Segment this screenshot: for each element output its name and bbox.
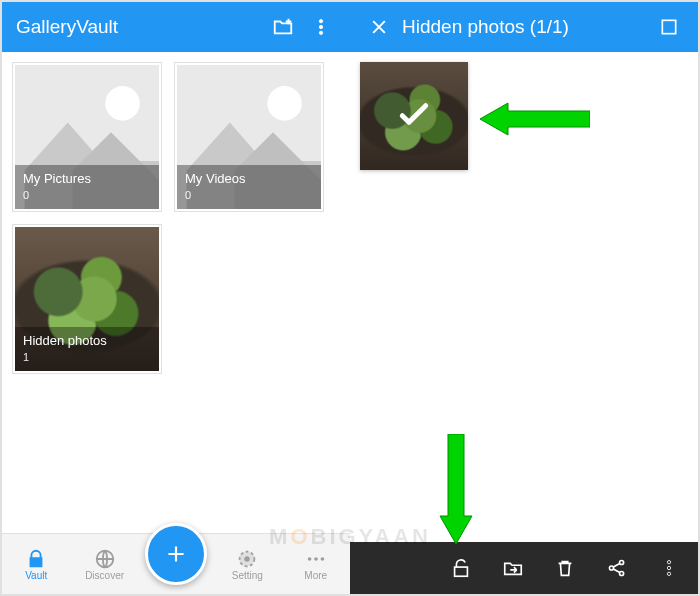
svg-rect-18 bbox=[455, 567, 468, 576]
svg-point-23 bbox=[667, 566, 670, 569]
plus-icon bbox=[163, 541, 189, 567]
svg-point-24 bbox=[667, 572, 670, 575]
svg-point-15 bbox=[314, 557, 318, 561]
fab-slot bbox=[145, 523, 207, 585]
svg-point-16 bbox=[320, 557, 324, 561]
svg-point-21 bbox=[620, 571, 624, 575]
new-folder-button[interactable] bbox=[264, 8, 302, 46]
folder-count: 1 bbox=[23, 351, 151, 365]
folder-name: Hidden photos bbox=[23, 333, 107, 348]
folder-tile-hidden-photos[interactable]: Hidden photos 1 bbox=[12, 224, 162, 374]
unlock-icon bbox=[450, 557, 472, 579]
nav-label: Discover bbox=[85, 570, 124, 581]
folder-tile-my-videos[interactable]: My Videos 0 bbox=[174, 62, 324, 212]
folder-caption: My Videos 0 bbox=[177, 165, 321, 209]
left-screen: GalleryVault bbox=[2, 2, 350, 594]
svg-point-20 bbox=[620, 560, 624, 564]
share-icon bbox=[606, 557, 628, 579]
right-app-bar: Hidden photos (1/1) bbox=[350, 2, 698, 52]
nav-more[interactable]: More bbox=[288, 548, 344, 581]
nav-vault[interactable]: Vault bbox=[8, 548, 64, 581]
close-selection-button[interactable] bbox=[360, 8, 398, 46]
folder-plus-icon bbox=[272, 16, 294, 38]
nav-discover[interactable]: Discover bbox=[77, 548, 133, 581]
checkbox-outline-icon bbox=[659, 17, 679, 37]
left-app-bar: GalleryVault bbox=[2, 2, 350, 52]
svg-point-8 bbox=[267, 86, 302, 121]
more-vert-icon bbox=[311, 17, 331, 37]
folder-caption: My Pictures 0 bbox=[15, 165, 159, 209]
lock-icon bbox=[25, 548, 47, 570]
right-screen: Hidden photos (1/1) bbox=[350, 2, 698, 594]
delete-button[interactable] bbox=[542, 545, 588, 591]
move-folder-icon bbox=[502, 557, 524, 579]
nav-setting[interactable]: Setting bbox=[219, 548, 275, 581]
move-button[interactable] bbox=[490, 545, 536, 591]
folder-name: My Pictures bbox=[23, 171, 91, 186]
svg-point-1 bbox=[319, 25, 322, 28]
share-button[interactable] bbox=[594, 545, 640, 591]
bottom-nav: Vault Discover Setting bbox=[2, 533, 350, 594]
svg-point-22 bbox=[667, 561, 670, 564]
nav-label: More bbox=[304, 570, 327, 581]
svg-point-2 bbox=[319, 31, 322, 34]
svg-point-4 bbox=[105, 86, 140, 121]
trash-icon bbox=[554, 557, 576, 579]
folder-tile-my-pictures[interactable]: My Pictures 0 bbox=[12, 62, 162, 212]
gear-icon bbox=[236, 548, 258, 570]
folder-caption: Hidden photos 1 bbox=[15, 327, 159, 371]
svg-point-14 bbox=[308, 557, 312, 561]
nav-label: Setting bbox=[232, 570, 263, 581]
unhide-button[interactable] bbox=[438, 545, 484, 591]
folder-count: 0 bbox=[23, 189, 151, 203]
selection-title: Hidden photos (1/1) bbox=[402, 16, 650, 38]
add-fab[interactable] bbox=[145, 523, 207, 585]
svg-point-0 bbox=[319, 20, 322, 23]
checkmark-icon bbox=[394, 94, 434, 134]
more-vert-icon bbox=[659, 558, 679, 578]
svg-rect-17 bbox=[662, 20, 675, 33]
nav-label: Vault bbox=[25, 570, 47, 581]
photo-grid-area bbox=[350, 52, 698, 542]
folder-count: 0 bbox=[185, 189, 313, 203]
photo-tile-1[interactable] bbox=[360, 62, 468, 170]
bottom-action-bar bbox=[350, 542, 698, 594]
close-icon bbox=[369, 17, 389, 37]
more-horiz-icon bbox=[305, 548, 327, 570]
app-title: GalleryVault bbox=[16, 16, 264, 38]
left-overflow-button[interactable] bbox=[302, 8, 340, 46]
folder-grid-area: My Pictures 0 My Videos 0 bbox=[2, 52, 350, 534]
folder-name: My Videos bbox=[185, 171, 245, 186]
right-overflow-button[interactable] bbox=[646, 545, 692, 591]
globe-icon bbox=[94, 548, 116, 570]
select-all-button[interactable] bbox=[650, 8, 688, 46]
svg-point-19 bbox=[609, 566, 613, 570]
